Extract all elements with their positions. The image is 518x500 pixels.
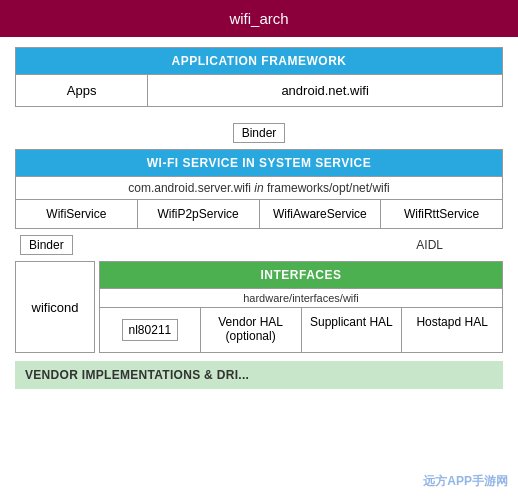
- app-framework-section: APPLICATION FRAMEWORK Apps android.net.w…: [15, 47, 503, 107]
- aidl-label: AIDL: [416, 238, 443, 252]
- app-framework-header: APPLICATION FRAMEWORK: [16, 48, 502, 74]
- wifi-service-section: WI-FI SERVICE IN SYSTEM SERVICE com.andr…: [15, 149, 503, 229]
- binder1-badge: Binder: [233, 123, 286, 143]
- nl80211-badge: nl80211: [122, 319, 179, 341]
- interfaces-header: INTERFACES: [100, 262, 502, 288]
- wifi-service-subtext: com.android.server.wifi in frameworks/op…: [16, 176, 502, 199]
- binder1-row: Binder: [0, 117, 518, 149]
- interfaces-section: INTERFACES hardware/interfaces/wifi nl80…: [99, 261, 503, 353]
- title-text: wifi_arch: [229, 10, 288, 27]
- title-bar: wifi_arch: [0, 0, 518, 37]
- binder2-badge: Binder: [20, 235, 73, 255]
- nl80211-box: nl80211: [100, 308, 201, 352]
- watermark: 远方APP手游网: [423, 473, 508, 490]
- wifip2p-service-box: WifiP2pService: [138, 200, 260, 228]
- vendor-hal-box: Vendor HAL (optional): [201, 308, 302, 352]
- wifirtt-service-box: WifiRttService: [381, 200, 502, 228]
- app-row: Apps android.net.wifi: [16, 74, 502, 106]
- wificond-box: wificond: [15, 261, 95, 353]
- wifi-service-header: WI-FI SERVICE IN SYSTEM SERVICE: [16, 150, 502, 176]
- subtext-part1: com.android.server.wifi: [128, 181, 251, 195]
- hw-path-text: hardware/interfaces/wifi: [100, 288, 502, 307]
- subtext-part2: frameworks/opt/net/wifi: [267, 181, 390, 195]
- subtext-in: in: [254, 181, 267, 195]
- services-row: WifiService WifiP2pService WifiAwareServ…: [16, 199, 502, 228]
- apps-box: Apps: [16, 75, 148, 106]
- lower-section: wificond INTERFACES hardware/interfaces/…: [15, 261, 503, 353]
- mid-row: Binder AIDL: [0, 229, 518, 261]
- hostapd-hal-box: Hostapd HAL: [402, 308, 502, 352]
- android-net-wifi-box: android.net.wifi: [148, 75, 502, 106]
- supplicant-hal-box: Supplicant HAL: [302, 308, 403, 352]
- wifiaware-service-box: WifiAwareService: [260, 200, 382, 228]
- wifi-service-box: WifiService: [16, 200, 138, 228]
- vendor-bar: VENDOR IMPLEMENTATIONS & DRI...: [15, 361, 503, 389]
- hal-row: nl80211 Vendor HAL (optional) Supplicant…: [100, 307, 502, 352]
